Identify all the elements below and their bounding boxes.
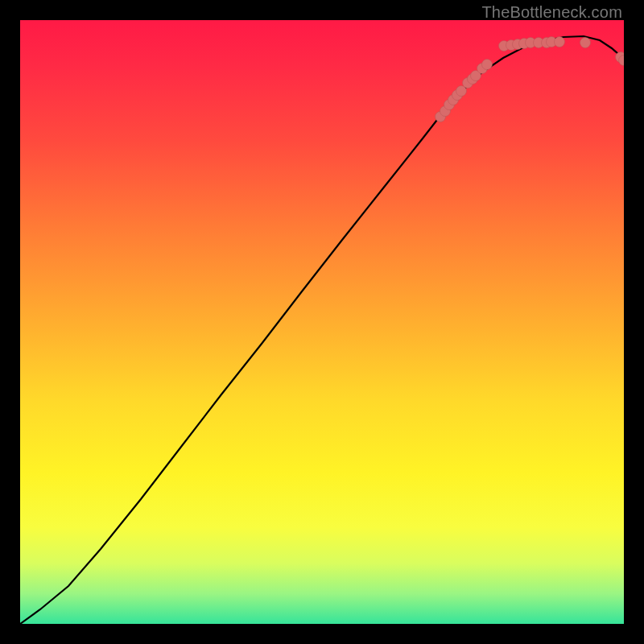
- bottleneck-curve: [20, 36, 624, 624]
- curve-layer: [20, 20, 624, 624]
- data-marker: [580, 38, 591, 48]
- chart-container: TheBottleneck.com: [0, 0, 644, 644]
- data-marker: [555, 37, 565, 47]
- plot-area: [20, 20, 624, 624]
- data-marker: [482, 60, 493, 70]
- marker-layer: [436, 37, 625, 122]
- watermark-text: TheBottleneck.com: [481, 3, 622, 22]
